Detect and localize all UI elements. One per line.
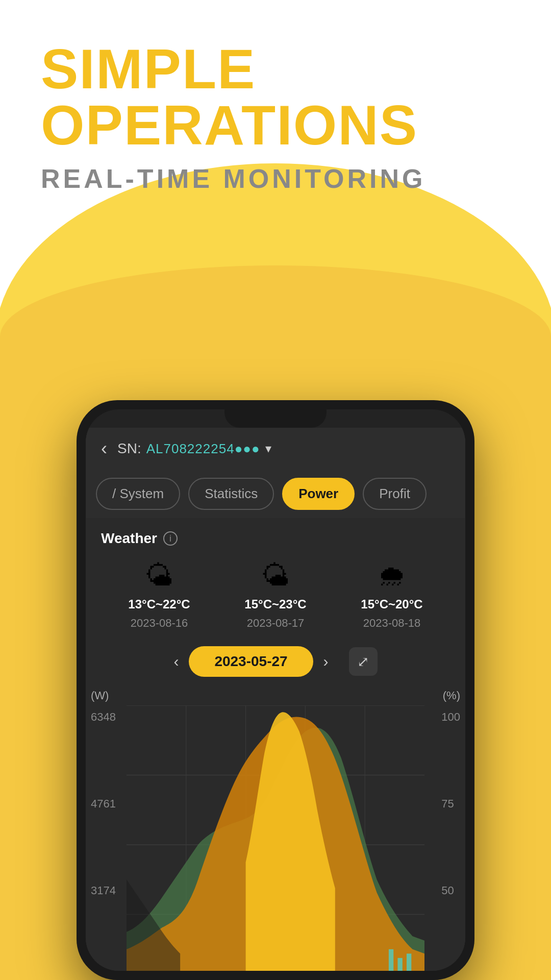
expand-icon: ⤢: [357, 653, 369, 670]
top-bar: ‹ SN: AL708222254●●● ▾: [86, 428, 465, 470]
tab-profit[interactable]: Profit: [363, 478, 427, 510]
weather-date-1: 2023-08-16: [131, 617, 188, 630]
weather-header: Weather i: [101, 530, 450, 547]
weather-temp-3: 15°C~20°C: [361, 597, 422, 611]
svg-rect-10: [397, 958, 402, 971]
weather-section: Weather i 🌤 13°C~22°C 2023-08-16 🌤: [86, 518, 465, 638]
date-nav: ‹ 2023-05-27 › ⤢: [86, 638, 465, 685]
weather-day-3: 🌧 15°C~20°C 2023-08-18: [361, 559, 422, 630]
svg-rect-9: [389, 949, 393, 971]
back-button[interactable]: ‹: [101, 438, 107, 459]
tab-system[interactable]: / System: [96, 478, 180, 510]
y-label-left-2: 4761: [91, 797, 116, 811]
chart-y-labels-left: 6348 4761 3174 1587: [91, 705, 116, 971]
app-content: ‹ SN: AL708222254●●● ▾ / System Statisti…: [86, 428, 465, 971]
tab-bar: / System Statistics Power Profit: [86, 470, 465, 518]
weather-temp-2: 15°C~23°C: [244, 597, 306, 611]
weather-cards: 🌤 13°C~22°C 2023-08-16 🌤 15°C~23°C 2023-…: [101, 559, 450, 630]
tab-statistics[interactable]: Statistics: [188, 478, 274, 510]
sn-value: AL708222254●●●: [146, 441, 260, 457]
weather-icon-3: 🌧: [378, 559, 406, 592]
date-prev-button[interactable]: ‹: [173, 653, 179, 670]
y-label-left-1: 6348: [91, 710, 116, 724]
dropdown-icon[interactable]: ▾: [265, 442, 271, 456]
y-label-right-1: 100: [441, 710, 460, 724]
chart-unit-left: (W): [91, 689, 109, 702]
weather-info-icon[interactable]: i: [163, 531, 178, 546]
chart-y-labels-right: 100 75 50 25: [441, 705, 460, 971]
subheadline: REAL-TIME MONITORING: [41, 163, 551, 194]
weather-icon-1: 🌤: [145, 559, 173, 592]
header-section: SIMPLE OPERATIONS REAL-TIME MONITORING: [0, 0, 551, 194]
current-date-pill[interactable]: 2023-05-27: [189, 646, 313, 677]
tab-power[interactable]: Power: [282, 478, 355, 510]
y-label-right-2: 75: [441, 797, 460, 811]
y-label-right-3: 50: [441, 884, 460, 897]
headline-line1: SIMPLE: [41, 41, 551, 97]
weather-icon-2: 🌤: [261, 559, 290, 592]
svg-rect-11: [407, 953, 411, 971]
chart-unit-right: (%): [443, 689, 460, 702]
sn-label: SN:: [117, 440, 141, 457]
chart-expand-button[interactable]: ⤢: [349, 647, 378, 676]
weather-title: Weather: [101, 530, 157, 547]
phone-mockup: ‹ SN: AL708222254●●● ▾ / System Statisti…: [77, 400, 474, 980]
chart-area: (W) (%) 6348 4761 3174 1587 100 75 50: [86, 685, 465, 971]
y-label-left-3: 3174: [91, 884, 116, 897]
headline-line2: OPERATIONS: [41, 97, 551, 153]
weather-date-2: 2023-08-17: [247, 617, 305, 630]
weather-day-2: 🌤 15°C~23°C 2023-08-17: [244, 559, 306, 630]
chart-svg: [127, 705, 424, 971]
weather-day-1: 🌤 13°C~22°C 2023-08-16: [128, 559, 190, 630]
phone-notch: [224, 409, 327, 428]
info-symbol: i: [169, 533, 171, 544]
weather-temp-1: 13°C~22°C: [128, 597, 190, 611]
weather-date-3: 2023-08-18: [363, 617, 421, 630]
date-next-button[interactable]: ›: [323, 653, 329, 670]
